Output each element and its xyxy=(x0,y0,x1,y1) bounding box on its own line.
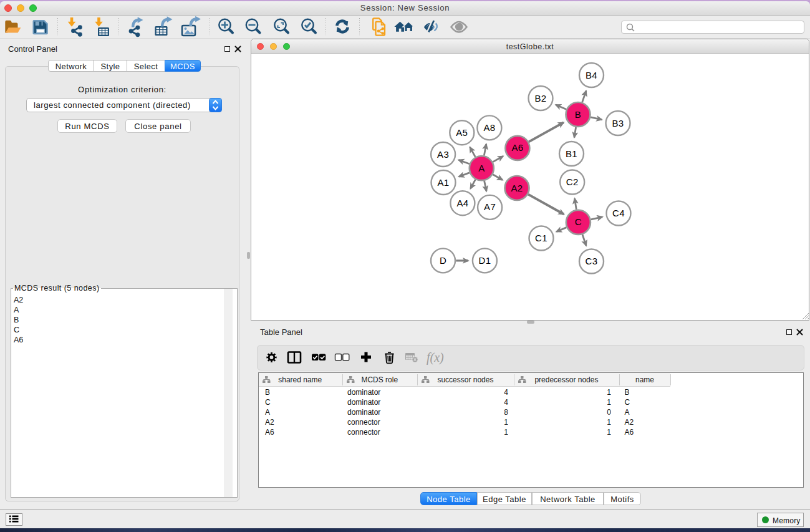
svg-text:A4: A4 xyxy=(456,198,468,208)
svg-text:C: C xyxy=(575,216,582,227)
svg-text:f(x): f(x) xyxy=(427,351,444,365)
svg-text:A5: A5 xyxy=(456,127,468,138)
svg-text:A6: A6 xyxy=(511,142,523,153)
svg-text:C4: C4 xyxy=(612,208,625,218)
svg-text:B2: B2 xyxy=(535,93,547,104)
svg-text:A8: A8 xyxy=(483,122,495,133)
svg-text:C2: C2 xyxy=(566,177,579,187)
svg-text:B4: B4 xyxy=(586,70,597,80)
svg-text:A3: A3 xyxy=(437,149,449,160)
svg-text:A2: A2 xyxy=(511,183,523,193)
svg-text:D1: D1 xyxy=(479,255,491,266)
svg-text:C1: C1 xyxy=(535,233,547,243)
svg-text:A7: A7 xyxy=(484,201,496,212)
svg-text:A1: A1 xyxy=(438,177,450,188)
svg-text:D: D xyxy=(440,255,446,266)
svg-text:A: A xyxy=(478,163,485,173)
svg-text:B3: B3 xyxy=(612,118,624,128)
svg-text:B1: B1 xyxy=(566,148,577,159)
svg-text:B: B xyxy=(575,109,581,120)
svg-text:C3: C3 xyxy=(586,256,598,266)
